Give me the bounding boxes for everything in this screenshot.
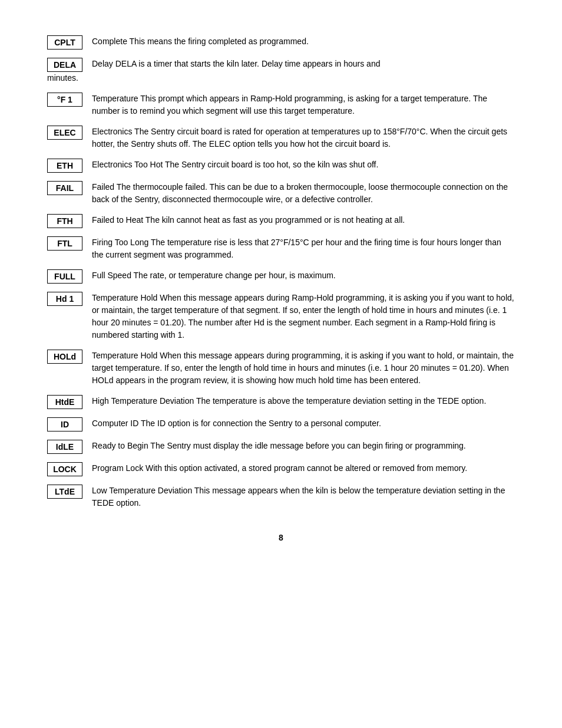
code-box-fail: FAIL [47, 181, 82, 195]
code-box-htde: HtdE [47, 395, 82, 409]
entry-description: Computer ID The ID option is for connect… [92, 417, 515, 430]
page-number: 8 [47, 533, 515, 542]
entry-continuation: minutes. [47, 72, 515, 84]
code-box-id: ID [47, 417, 82, 431]
code-box-ltde: LTdE [47, 485, 82, 499]
entry-block: FULLFull Speed The rate, or temperature … [47, 269, 515, 284]
code-box-full: FULL [47, 269, 82, 284]
code-box-dela: DELA [47, 58, 82, 72]
entry-block: DELADelay DELA is a timer that starts th… [47, 58, 515, 84]
entry-block: FTHFailed to Heat The kiln cannot heat a… [47, 214, 515, 228]
entry-description: High Temperature Deviation The temperatu… [92, 395, 515, 407]
entry-description: Complete This means the firing completed… [92, 35, 515, 48]
entry-description: Temperature Hold When this message appea… [92, 292, 515, 341]
entry-description: Firing Too Long The temperature rise is … [92, 236, 515, 261]
entry-description: Low Temperature Deviation This message a… [92, 485, 515, 509]
entry-description: Electronics The Sentry circuit board is … [92, 126, 515, 150]
entry-block: Hd 1Temperature Hold When this message a… [47, 292, 515, 341]
entry-block: IdLEReady to Begin The Sentry must displ… [47, 440, 515, 454]
entry-description: Ready to Begin The Sentry must display t… [92, 440, 515, 452]
entry-block: LTdELow Temperature Deviation This messa… [47, 485, 515, 509]
entry-block: LOCKProgram Lock With this option activa… [47, 462, 515, 476]
code-box-eth: ETH [47, 159, 82, 173]
entry-block: HtdEHigh Temperature Deviation The tempe… [47, 395, 515, 409]
entry-description: Full Speed The rate, or temperature chan… [92, 269, 515, 282]
code-box-lock: LOCK [47, 462, 82, 476]
entry-description: Program Lock With this option activated,… [92, 462, 515, 475]
entry-description: Delay DELA is a timer that starts the ki… [92, 58, 515, 70]
entry-block: °F 1Temperature This prompt which appear… [47, 93, 515, 117]
entry-block: IDComputer ID The ID option is for conne… [47, 417, 515, 431]
entry-block: HOLdTemperature Hold When this message a… [47, 350, 515, 387]
entry-block: FTLFiring Too Long The temperature rise … [47, 236, 515, 261]
code-box-fth: FTH [47, 214, 82, 228]
entry-block: FAILFailed The thermocouple failed. This… [47, 181, 515, 206]
code-box-°f1: °F 1 [47, 93, 82, 107]
entry-description: Failed to Heat The kiln cannot heat as f… [92, 214, 515, 226]
code-box-cplt: CPLT [47, 35, 82, 50]
entry-description: Failed The thermocouple failed. This can… [92, 181, 515, 206]
code-box-elec: ELEC [47, 126, 82, 140]
code-box-hold: HOLd [47, 350, 82, 364]
entry-description: Temperature Hold When this message appea… [92, 350, 515, 387]
code-box-ftl: FTL [47, 236, 82, 251]
entry-description: Electronics Too Hot The Sentry circuit b… [92, 159, 515, 171]
entry-block: CPLTComplete This means the firing compl… [47, 35, 515, 50]
code-box-idle: IdLE [47, 440, 82, 454]
entry-block: ETHElectronics Too Hot The Sentry circui… [47, 159, 515, 173]
entry-block: ELECElectronics The Sentry circuit board… [47, 126, 515, 150]
entry-description: Temperature This prompt which appears in… [92, 93, 515, 117]
code-box-hd1: Hd 1 [47, 292, 82, 306]
